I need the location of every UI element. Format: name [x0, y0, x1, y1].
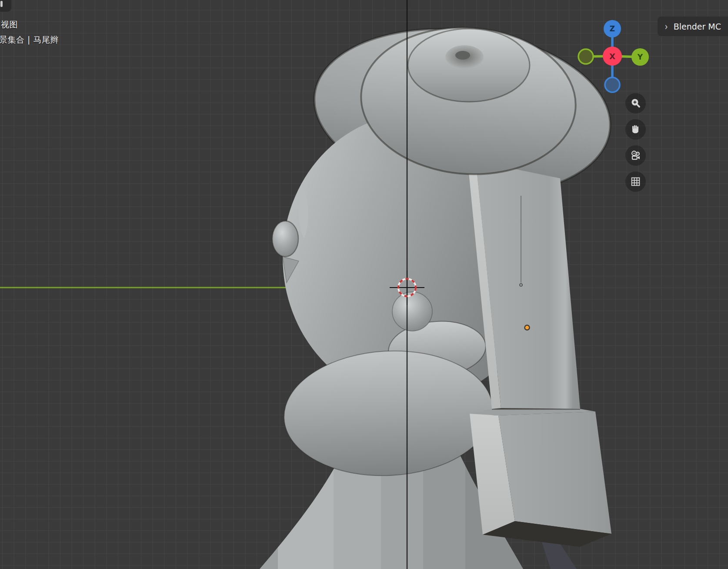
camera-view-button[interactable]	[625, 145, 646, 166]
object-origin-dot[interactable]	[525, 325, 530, 330]
ear-sphere	[272, 221, 298, 257]
neck-bead-sphere	[392, 292, 432, 331]
ponytail-box	[468, 159, 611, 547]
hand-icon	[630, 124, 641, 135]
view-label: 视图	[1, 19, 18, 30]
axis-neg-z-handle[interactable]	[605, 77, 620, 92]
navigation-gizmo[interactable]: Z Y X	[569, 14, 656, 95]
axis-neg-y-handle[interactable]	[578, 49, 593, 64]
grid-icon	[630, 176, 641, 187]
axis-z-label: Z	[610, 24, 615, 33]
camera-icon	[630, 150, 642, 162]
toggle-grid-view-button[interactable]	[625, 171, 646, 192]
viewport-nav-buttons	[625, 93, 646, 197]
blender-3d-viewport: 视图 景集合 | 马尾辫 › Blender MC Z Y X	[0, 0, 728, 569]
addon-panel-header[interactable]: › Blender MC	[658, 17, 728, 36]
addon-panel-label: Blender MC	[674, 22, 721, 31]
breadcrumb: 景集合 | 马尾辫	[0, 34, 59, 46]
magnifier-plus-icon	[630, 97, 641, 109]
box-lower-front-face	[498, 412, 611, 534]
axis-y-label: Y	[637, 53, 643, 61]
pan-button[interactable]	[625, 119, 646, 140]
zoom-button[interactable]	[625, 93, 646, 114]
hair-bun-dimple-hole	[455, 51, 470, 60]
character-model	[260, 13, 620, 569]
chevron-right-icon: ›	[665, 21, 668, 31]
axis-x-label: X	[609, 52, 615, 61]
editor-type-button[interactable]	[0, 0, 11, 12]
